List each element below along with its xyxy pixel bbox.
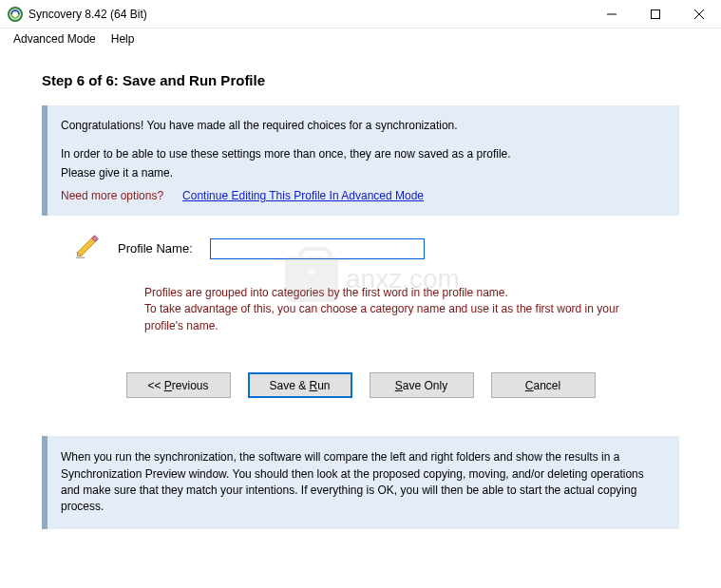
profile-name-input[interactable] <box>210 238 425 259</box>
menu-advanced-mode[interactable]: Advanced Mode <box>6 30 104 47</box>
advanced-mode-link[interactable]: Continue Editing This Profile In Advance… <box>182 187 424 204</box>
inorder-text: In order to be able to use these setting… <box>61 145 666 162</box>
step-title: Step 6 of 6: Save and Run Profile <box>42 72 679 88</box>
window-title: Syncovery 8.42 (64 Bit) <box>28 8 590 21</box>
save-only-button[interactable]: Save Only <box>370 372 474 398</box>
menu-help[interactable]: Help <box>104 30 142 47</box>
giveit-text: Please give it a name. <box>61 164 666 181</box>
close-button[interactable] <box>677 0 721 28</box>
maximize-button[interactable] <box>634 0 677 28</box>
congrats-text: Congratulations! You have made all the r… <box>61 117 666 134</box>
previous-button[interactable]: << Previous <box>126 372 231 398</box>
cancel-button[interactable]: Cancel <box>491 372 596 398</box>
save-and-run-button[interactable]: Save & Run <box>248 372 352 398</box>
bottom-info-panel: When you run the synchronization, the so… <box>42 436 679 529</box>
svg-marker-5 <box>78 238 96 256</box>
profile-name-label: Profile Name: <box>118 241 193 256</box>
wizard-content: Step 6 of 6: Save and Run Profile Congra… <box>0 49 721 529</box>
minimize-button[interactable] <box>590 0 634 28</box>
need-more-options-label: Need more options? <box>61 187 163 204</box>
button-row: << Previous Save & Run Save Only Cancel <box>42 372 679 398</box>
hint-line-2: To take advantage of this, you can choos… <box>144 301 638 334</box>
title-bar: Syncovery 8.42 (64 Bit) <box>0 0 721 28</box>
app-icon <box>8 7 23 22</box>
window-controls <box>590 0 721 28</box>
pencil-icon <box>72 233 101 264</box>
profile-name-row: Profile Name: <box>72 233 679 264</box>
menu-bar: Advanced Mode Help <box>0 28 721 49</box>
bottom-info-text: When you run the synchronization, the so… <box>61 449 666 516</box>
hint-line-1: Profiles are grouped into categories by … <box>144 285 638 301</box>
intro-panel: Congratulations! You have made all the r… <box>42 105 679 216</box>
svg-rect-2 <box>652 9 660 18</box>
profile-hint: Profiles are grouped into categories by … <box>144 285 638 334</box>
